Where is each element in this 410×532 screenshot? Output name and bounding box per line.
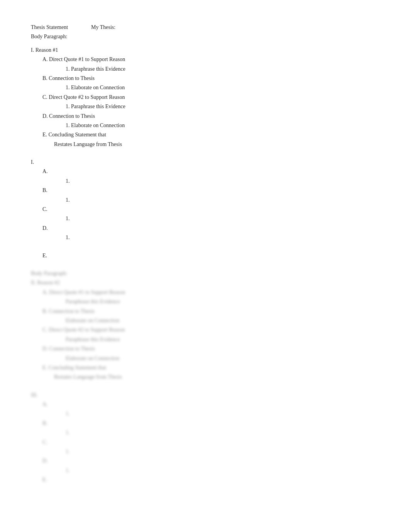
- section2-item-C-sub1: 1.: [66, 214, 379, 223]
- thesis-row: Thesis Statement My Thesis:: [31, 23, 379, 32]
- item-A-label: A. Direct Quote #1 to Support Reason: [42, 55, 125, 64]
- section2-item-A-sub1: 1.: [66, 177, 379, 185]
- item-D-sub1: 1. Elaborate on Connection: [66, 121, 379, 130]
- section2-item-B: B.: [42, 186, 379, 195]
- outline-container: Thesis Statement My Thesis: Body Paragra…: [31, 23, 379, 484]
- blurred-3D-sub1: 1.: [66, 466, 379, 475]
- section2-item-D: D.: [42, 224, 379, 233]
- blurred-item-C: C. Direct Quote #2 to Support Reason: [42, 326, 379, 334]
- blurred-item-D-sub1: Elaborate on Connection: [66, 354, 379, 363]
- section1-roman: I. Reason #1: [31, 46, 379, 54]
- section2-item-C: C.: [42, 205, 379, 214]
- item-A: A. Direct Quote #1 to Support Reason: [42, 55, 379, 64]
- blurred-item-E: E. Concluding Statement that: [42, 364, 379, 372]
- blurred-3C-sub1: 1.: [66, 447, 379, 456]
- my-thesis-label: My Thesis:: [91, 23, 115, 32]
- section2-item-D-sub1: 1.: [66, 233, 379, 242]
- item-B-sub1: 1. Elaborate on Connection: [66, 83, 379, 92]
- item-C-sub1: 1. Paraphrase this Evidence: [66, 102, 379, 111]
- thesis-label: Thesis Statement: [31, 23, 68, 32]
- blurred-item-C-sub1: Paraphrase this Evidence: [66, 335, 379, 344]
- blurred-item-A-sub1: Paraphrase this Evidence: [66, 297, 379, 306]
- blurred-item-D: D. Connection to Thesis: [42, 345, 379, 353]
- blurred-item-A: A. Direct Quote #1 to Support Reason: [42, 288, 379, 297]
- section2-roman: I.: [31, 158, 379, 167]
- section2-item-A: A.: [42, 167, 379, 176]
- item-E-line1: E. Concluding Statement that: [42, 131, 379, 139]
- blurred-roman3: III.: [31, 391, 379, 399]
- section2-item-E: E.: [42, 252, 379, 260]
- blurred-item-B-sub1: Elaborate on Connection: [66, 316, 379, 325]
- blurred-3B: B.: [42, 419, 379, 428]
- item-C: C. Direct Quote #2 to Support Reason: [42, 93, 379, 102]
- blurred-body-paragraph: Body Paragraph:: [31, 269, 379, 278]
- blurred-3E: E.: [42, 476, 379, 484]
- item-A-sub1: 1. Paraphrase this Evidence: [66, 65, 379, 73]
- item-D: D. Connection to Thesis: [42, 112, 379, 121]
- blurred-section: Body Paragraph: II. Reason #2 A. Direct …: [31, 269, 379, 484]
- blurred-3C: C.: [42, 438, 379, 447]
- blurred-3A: A.: [42, 400, 379, 409]
- item-E-line2: Restates Language from Thesis: [54, 140, 379, 149]
- body-paragraph-label: Body Paragraph:: [31, 32, 379, 41]
- item-B: B. Connection to Thesis: [42, 74, 379, 83]
- section2-item-B-sub1: 1.: [66, 196, 379, 204]
- blurred-item-B: B. Connection to Thesis: [42, 307, 379, 316]
- blurred-3B-sub1: 1.: [66, 428, 379, 437]
- blurred-3A-sub1: 1.: [66, 410, 379, 418]
- blurred-3D: D.: [42, 457, 379, 465]
- blurred-item-E-line2: Restates Language from Thesis: [54, 373, 379, 381]
- blurred-reason: II. Reason #2: [31, 279, 379, 287]
